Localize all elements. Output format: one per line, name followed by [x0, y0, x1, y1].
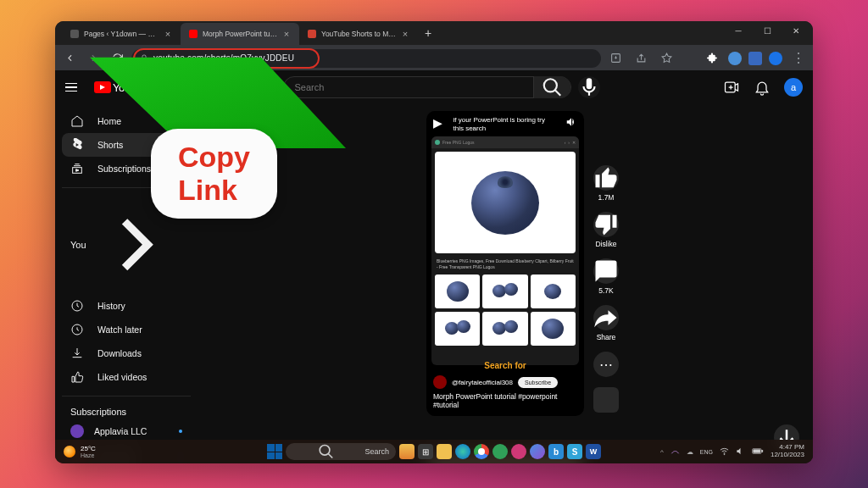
image-caption: Blueberries PNG Images, Free Download Bl…: [435, 257, 576, 271]
short-top-overlay: ▶ if your PowerPoint is boring try this …: [433, 116, 577, 132]
taskbar-right: ^ ☁ ENG 4:47 PM 12/10/2023: [660, 444, 804, 459]
image-thumb: [435, 312, 480, 346]
install-icon[interactable]: [606, 49, 625, 68]
sidebar-item-label: Watch later: [97, 324, 142, 335]
image-thumb: [482, 274, 527, 308]
taskbar-edge-icon[interactable]: [455, 444, 470, 459]
play-icon[interactable]: ▶: [433, 116, 442, 130]
svg-rect-11: [754, 449, 760, 452]
like-icon: [70, 370, 84, 384]
taskbar-app-icon[interactable]: [530, 444, 545, 459]
sidebar-item-liked[interactable]: Liked videos: [62, 365, 191, 389]
svg-point-8: [724, 453, 725, 454]
channel-name: Applavia LLC: [94, 426, 169, 436]
sound-action[interactable]: [593, 387, 619, 413]
taskbar-app-icon[interactable]: ⊞: [418, 444, 433, 459]
sidebar-item-label: Shorts: [97, 140, 123, 150]
image-thumb: [531, 312, 576, 346]
taskbar-app-icon[interactable]: [399, 444, 415, 459]
language-indicator[interactable]: ENG: [700, 449, 713, 455]
back-button[interactable]: [60, 49, 79, 68]
maximize-button[interactable]: ☐: [754, 21, 781, 40]
share-action[interactable]: Share: [593, 305, 619, 341]
bookmark-icon[interactable]: [657, 49, 676, 68]
image-thumb: [435, 274, 480, 308]
taskbar-bing-icon[interactable]: b: [548, 444, 564, 459]
menu-icon[interactable]: ⋮: [789, 49, 808, 68]
tray-icon[interactable]: ^: [660, 448, 664, 456]
more-action[interactable]: ⋯: [593, 352, 619, 377]
close-icon[interactable]: ×: [282, 30, 291, 38]
comments-action[interactable]: 5.7K: [593, 258, 619, 295]
image-thumb: [531, 274, 576, 308]
sidebar-item-downloads[interactable]: Downloads: [62, 341, 191, 365]
tab-wordpress[interactable]: Pages ‹ Y1down — WordPress ×: [62, 23, 181, 45]
channel-avatar-icon[interactable]: [433, 375, 447, 389]
dislike-action[interactable]: Dislike: [593, 212, 619, 248]
tab-converter[interactable]: YouTube Shorts to MP3 Conver... ×: [299, 23, 418, 45]
menu-button[interactable]: [65, 79, 82, 96]
sidebar-item-watch-later[interactable]: Watch later: [62, 318, 191, 341]
share-icon[interactable]: [632, 49, 650, 68]
url-input[interactable]: youtube.com/shorts/mO7yyvJDDEU: [131, 49, 601, 68]
profile-avatar-icon[interactable]: [769, 52, 782, 65]
play-icon: [94, 81, 111, 93]
taskbar-chrome-icon[interactable]: [474, 444, 489, 459]
channel-handle[interactable]: @fairytaleofficial308: [452, 379, 513, 386]
image-result: [435, 152, 576, 253]
extension-icon[interactable]: [748, 52, 762, 65]
notifications-button[interactable]: [754, 79, 771, 96]
comment-count: 5.7K: [598, 286, 614, 295]
search-input[interactable]: [284, 82, 533, 92]
youtube-logo[interactable]: YouTube BD: [94, 81, 161, 94]
minimize-button[interactable]: ─: [725, 21, 752, 40]
taskbar-clock[interactable]: 4:47 PM 12/10/2023: [771, 444, 804, 459]
temperature: 25°C: [81, 445, 96, 452]
tray-icon[interactable]: ☁: [687, 448, 693, 456]
create-button[interactable]: [723, 79, 740, 96]
divider: [62, 396, 191, 396]
taskbar-search[interactable]: Search: [286, 443, 396, 460]
extension-icon[interactable]: [728, 52, 742, 65]
weather-condition: Haze: [81, 452, 96, 458]
tray-icon[interactable]: [670, 446, 680, 458]
sound-thumbnail-icon: [593, 387, 619, 413]
date: 12/10/2023: [771, 452, 804, 459]
sidebar-item-label: Liked videos: [97, 372, 147, 382]
taskbar-weather[interactable]: 25°C Haze: [64, 445, 96, 458]
tab-youtube-short[interactable]: Morph PowerPoint tutorial #po... ×: [181, 23, 299, 45]
subscribe-button[interactable]: Subscribe: [518, 377, 558, 388]
image-results: Blueberries PNG Images, Free Download Bl…: [431, 148, 579, 349]
volume-icon[interactable]: [565, 116, 577, 130]
sidebar-item-label: Subscriptions: [97, 164, 151, 174]
taskbar-app-icon[interactable]: [511, 444, 526, 459]
favicon-icon: [70, 30, 79, 38]
battery-icon[interactable]: [752, 446, 764, 458]
extension-icon[interactable]: [682, 52, 696, 65]
like-action[interactable]: 1.7M: [593, 165, 619, 202]
new-tab-button[interactable]: +: [418, 21, 438, 45]
taskbar-app-icon[interactable]: S: [567, 444, 582, 459]
volume-icon[interactable]: [736, 446, 745, 458]
wifi-icon[interactable]: [720, 446, 729, 458]
taskbar-explorer-icon[interactable]: [437, 444, 452, 459]
tab-title: Pages ‹ Y1down — WordPress: [84, 30, 159, 38]
favicon-icon: [308, 30, 316, 38]
weather-icon: [64, 446, 75, 458]
voice-search-button[interactable]: [578, 76, 600, 98]
forward-button[interactable]: [84, 49, 103, 68]
reload-button[interactable]: [108, 49, 126, 68]
taskbar-word-icon[interactable]: W: [586, 444, 601, 459]
start-button[interactable]: [267, 444, 282, 459]
url-text: youtube.com/shorts/mO7yyvJDDEU: [153, 53, 294, 63]
account-avatar[interactable]: a: [784, 78, 803, 97]
taskbar-app-icon[interactable]: [492, 444, 508, 459]
sidebar-item-history[interactable]: History: [62, 294, 191, 318]
extensions-icon[interactable]: [703, 49, 721, 68]
close-window-button[interactable]: ✕: [782, 21, 810, 40]
short-video[interactable]: ▶ if your PowerPoint is boring try this …: [426, 111, 584, 416]
search-button[interactable]: [533, 76, 570, 98]
close-icon[interactable]: ×: [164, 30, 172, 38]
download-icon: [70, 347, 84, 360]
close-icon[interactable]: ×: [401, 30, 409, 38]
